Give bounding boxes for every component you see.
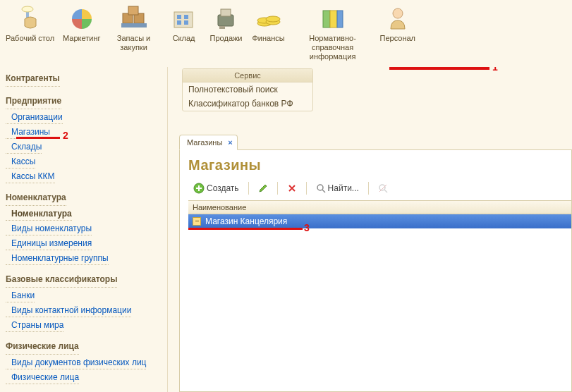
tab-bar: Магазины ×	[179, 135, 572, 150]
desktop-icon	[13, 4, 47, 32]
svg-rect-19	[323, 11, 330, 27]
create-label: Создать	[207, 183, 239, 193]
svg-rect-10	[177, 20, 181, 25]
sidebar-item[interactable]: Банки	[6, 289, 35, 302]
column-header-name[interactable]: Наименование	[188, 201, 571, 214]
annotation-number-3: 3	[304, 222, 310, 233]
page-title: Магазины	[188, 157, 571, 173]
sidebar-item[interactable]: Физические лица	[6, 371, 79, 384]
sidebar-group-title[interactable]: Предприятие	[6, 94, 61, 109]
sidebar-item[interactable]: Единицы измерения	[6, 237, 92, 250]
svg-rect-7	[174, 12, 193, 27]
annotation-line-2	[16, 137, 60, 139]
toolbar-label: Продажи	[210, 34, 243, 43]
toolbar-label: Запасы и закупки	[109, 34, 159, 52]
svg-rect-25	[196, 188, 202, 189]
svg-point-26	[317, 185, 323, 190]
sidebar-item[interactable]: Страны мира	[6, 319, 63, 332]
close-icon[interactable]: ×	[228, 138, 232, 147]
warehouse-icon	[167, 4, 201, 32]
separator	[248, 182, 249, 195]
pencil-icon	[258, 183, 268, 193]
delete-icon	[287, 183, 297, 193]
clear-search-button[interactable]	[373, 181, 393, 195]
page-panel: Магазины Создать	[179, 150, 572, 392]
annotation-line-3	[188, 228, 303, 230]
toolbar-label: Персонал	[380, 34, 416, 43]
svg-rect-14	[219, 26, 225, 29]
toolbar-warehouse[interactable]: Склад	[163, 1, 205, 49]
finance-icon	[252, 4, 286, 32]
svg-rect-9	[184, 15, 188, 19]
delete-button[interactable]	[282, 181, 302, 195]
sidebar-group-title[interactable]: Базовые классификаторы	[6, 272, 117, 288]
sidebar: Контрагенты ПредприятиеОрганизацииМагази…	[0, 67, 168, 392]
toolbar-label: Рабочий стол	[6, 34, 54, 43]
toolbar-finance[interactable]: Финансы	[248, 1, 290, 49]
svg-point-1	[22, 6, 33, 12]
search-clear-icon	[378, 183, 388, 193]
body: Контрагенты ПредприятиеОрганизацииМагази…	[0, 67, 572, 392]
annotation-number-1: 1	[492, 67, 498, 73]
toolbar-ref[interactable]: Нормативно-справочная информация	[290, 1, 376, 67]
table-row[interactable]: Магазин Канцелярия	[188, 214, 571, 228]
staff-icon	[381, 4, 415, 32]
service-item-fulltext[interactable]: Полнотекстовый поиск	[183, 82, 312, 97]
action-bar: Создать	[188, 180, 571, 196]
sidebar-item[interactable]: Кассы	[6, 155, 35, 169]
sidebar-group-title[interactable]: Номенклатура	[6, 190, 66, 206]
stock-icon	[117, 4, 151, 32]
plus-icon	[193, 183, 205, 194]
svg-rect-11	[184, 20, 188, 25]
sidebar-group-title[interactable]: Физические лица	[6, 339, 79, 355]
svg-rect-8	[177, 15, 181, 19]
svg-rect-5	[128, 6, 138, 15]
sidebar-item[interactable]: Номенклатурные группы	[6, 252, 109, 265]
svg-line-29	[384, 190, 387, 192]
ref-icon	[316, 4, 350, 32]
toolbar-staff[interactable]: Персонал	[376, 1, 420, 49]
marketing-icon	[65, 4, 99, 32]
toolbar-desktop[interactable]: Рабочий стол	[1, 1, 59, 49]
toolbar-label: Нормативно-справочная информация	[294, 34, 372, 61]
annotation-line-1	[389, 67, 489, 70]
tab-label: Магазины	[187, 138, 222, 147]
sidebar-item[interactable]: Кассы ККМ	[6, 170, 55, 183]
annotation-number-2: 2	[63, 130, 68, 141]
content-area: Сервис Полнотекстовый поиск Классификато…	[168, 67, 572, 392]
toolbar-stock[interactable]: Запасы и закупки	[105, 1, 163, 58]
toolbar-sales[interactable]: Продажи	[205, 1, 248, 49]
sidebar-item[interactable]: Виды документов физических лиц	[6, 356, 146, 369]
service-panel: Сервис Полнотекстовый поиск Классификато…	[182, 68, 313, 111]
sidebar-item[interactable]: Склады	[6, 140, 42, 154]
separator	[277, 182, 278, 195]
find-button[interactable]: Найти...	[311, 181, 364, 195]
separator	[306, 182, 307, 195]
tab-stores[interactable]: Магазины ×	[179, 135, 238, 150]
separator	[368, 182, 369, 195]
svg-point-28	[379, 185, 385, 190]
sidebar-item[interactable]: Номенклатура	[6, 207, 72, 221]
svg-rect-6	[121, 23, 147, 27]
edit-button[interactable]	[253, 181, 273, 195]
find-label: Найти...	[328, 183, 359, 193]
service-item-banks[interactable]: Классификатор банков РФ	[183, 97, 312, 111]
svg-point-18	[266, 16, 280, 22]
app-window: Рабочий столМаркетингЗапасы и закупкиСкл…	[0, 0, 572, 392]
toolbar-label: Склад	[173, 34, 195, 43]
main-toolbar: Рабочий столМаркетингЗапасы и закупкиСкл…	[0, 0, 572, 67]
toolbar-marketing[interactable]: Маркетинг	[59, 1, 104, 49]
create-button[interactable]: Создать	[188, 180, 244, 196]
search-icon	[316, 183, 326, 193]
sidebar-item[interactable]: Организации	[6, 111, 63, 124]
sidebar-top-item[interactable]: Контрагенты	[6, 71, 60, 87]
svg-rect-20	[330, 11, 337, 27]
folder-icon	[193, 217, 201, 226]
svg-line-27	[322, 190, 325, 192]
sales-icon	[209, 4, 243, 32]
sidebar-item[interactable]: Виды номенклатуры	[6, 222, 92, 235]
toolbar-label: Маркетинг	[63, 34, 100, 43]
sidebar-item[interactable]: Виды контактной информации	[6, 304, 131, 317]
data-grid: Наименование Магазин Канцелярия 3	[188, 200, 571, 228]
toolbar-label: Финансы	[252, 34, 284, 43]
